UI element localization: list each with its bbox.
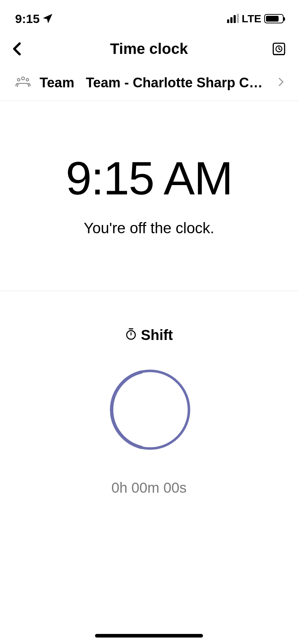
team-selector[interactable]: Team Team - Charlotte Sharp Children... <box>0 68 298 101</box>
shift-duration: 0h 00m 00s <box>14 480 284 496</box>
signal-icon <box>227 14 239 23</box>
shift-label: Shift <box>141 327 173 343</box>
timesheet-icon <box>271 41 286 56</box>
battery-icon <box>264 14 284 23</box>
shift-section: Shift 0h 00m 00s <box>0 291 298 510</box>
svg-point-4 <box>18 79 20 81</box>
location-icon <box>43 12 53 26</box>
back-button[interactable] <box>12 42 29 56</box>
stopwatch-icon <box>125 327 137 343</box>
status-time-group: 9:15 <box>15 12 53 26</box>
clock-status-message: You're off the clock. <box>14 220 284 237</box>
current-time: 9:15 AM <box>14 155 284 202</box>
shift-header: Shift <box>14 327 284 343</box>
status-right-group: LTE <box>227 13 284 25</box>
page-title: Time clock <box>29 40 269 58</box>
clock-in-button[interactable] <box>108 368 190 451</box>
network-label: LTE <box>242 13 261 25</box>
timesheet-button[interactable] <box>269 41 286 56</box>
chevron-left-icon <box>12 42 22 56</box>
team-icon <box>15 75 31 91</box>
page-header: Time clock <box>0 32 298 68</box>
status-time: 9:15 <box>15 12 40 26</box>
status-bar: 9:15 LTE <box>0 0 298 32</box>
svg-point-5 <box>26 79 29 81</box>
chevron-right-icon <box>278 77 284 88</box>
svg-point-3 <box>22 77 24 80</box>
home-indicator[interactable] <box>95 634 203 638</box>
time-display-section: 9:15 AM You're off the clock. <box>0 101 298 291</box>
team-label: Team <box>40 75 74 91</box>
clock-circle-icon <box>108 368 190 451</box>
team-name: Team - Charlotte Sharp Children... <box>86 75 269 91</box>
